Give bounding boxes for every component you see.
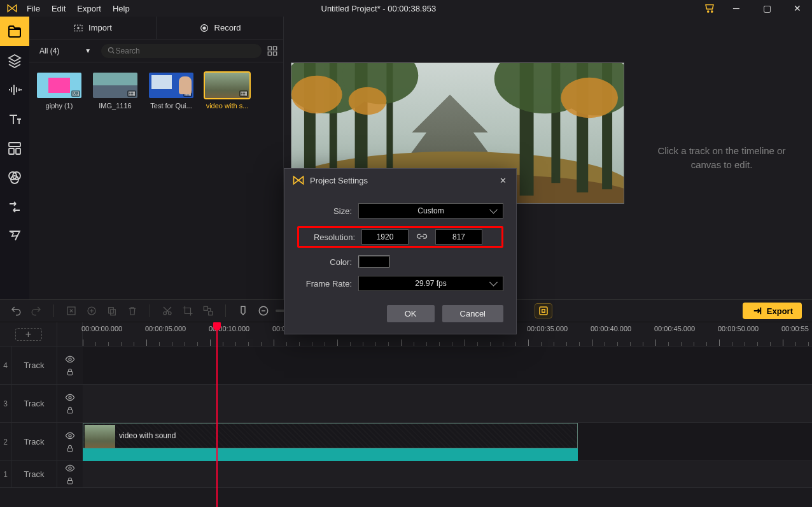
rail-text-icon[interactable] xyxy=(0,104,29,134)
size-dropdown[interactable]: Custom xyxy=(358,203,503,218)
resolution-height-input[interactable]: 817 xyxy=(435,229,482,245)
maximize-button[interactable]: ▢ xyxy=(757,2,776,15)
media-item-img1116[interactable]: IMG_1116 xyxy=(93,73,137,110)
crop-icon[interactable] xyxy=(182,305,193,317)
cancel-button[interactable]: Cancel xyxy=(442,305,503,322)
zoom-out-icon[interactable] xyxy=(258,305,269,317)
track-label: Track xyxy=(11,461,57,487)
search-input[interactable] xyxy=(116,46,255,55)
link-aspect-icon[interactable] xyxy=(415,232,429,243)
timeline-clip-audio[interactable] xyxy=(83,448,578,461)
export-icon xyxy=(752,305,763,317)
svg-rect-20 xyxy=(241,92,246,96)
redo-icon[interactable] xyxy=(31,305,42,317)
add-track-button[interactable]: + xyxy=(15,328,42,341)
grid-view-icon[interactable] xyxy=(267,45,278,57)
playhead[interactable] xyxy=(216,322,218,507)
visibility-icon[interactable] xyxy=(65,355,75,364)
record-label: Record xyxy=(214,23,241,32)
media-item-label: giphy (1) xyxy=(46,102,73,110)
record-button[interactable]: Record xyxy=(157,17,283,39)
group-icon[interactable] xyxy=(202,305,214,317)
size-label: Size: xyxy=(297,206,352,216)
close-button[interactable]: ✕ xyxy=(788,2,807,15)
rail-templates-icon[interactable] xyxy=(0,134,29,163)
import-button[interactable]: Import xyxy=(29,17,157,39)
media-item-testquiz[interactable]: Test for Qui... xyxy=(149,73,193,110)
rail-transitions-icon[interactable] xyxy=(0,192,29,222)
svg-rect-19 xyxy=(185,92,190,96)
track-label: Track xyxy=(11,385,57,422)
rail-audio-icon[interactable] xyxy=(0,75,29,104)
track-row: 4 Track xyxy=(0,346,812,385)
svg-rect-15 xyxy=(274,52,277,55)
svg-point-37 xyxy=(561,78,618,118)
rail-behaviors-icon[interactable] xyxy=(0,222,29,251)
svg-rect-13 xyxy=(274,46,277,50)
lock-icon[interactable] xyxy=(65,476,75,485)
menu-file[interactable]: File xyxy=(27,4,40,13)
timeline-clip[interactable]: video with sound xyxy=(83,423,578,448)
track-number: 4 xyxy=(0,346,11,384)
svg-rect-4 xyxy=(16,148,20,154)
minimize-button[interactable]: ─ xyxy=(727,2,746,15)
rail-layers-icon[interactable] xyxy=(0,46,29,75)
media-item-videosound[interactable]: video with s... xyxy=(205,73,249,110)
cut-icon[interactable] xyxy=(162,305,173,317)
clip-thumbnail xyxy=(85,425,115,448)
search-icon xyxy=(108,46,115,55)
inspector-hint: Click a track on the timeline or canvas … xyxy=(631,17,812,299)
visibility-icon[interactable] xyxy=(65,431,75,440)
hint-text: Click a track on the timeline or canvas … xyxy=(643,144,801,173)
media-item-giphy[interactable]: giphy (1) xyxy=(37,73,81,110)
framerate-dropdown[interactable]: 29.97 fps xyxy=(358,276,503,291)
filter-label: All (4) xyxy=(39,46,59,55)
media-search[interactable] xyxy=(101,44,262,58)
lock-icon[interactable] xyxy=(65,406,75,415)
rail-filters-icon[interactable] xyxy=(0,163,29,192)
mark-in-icon[interactable] xyxy=(66,305,77,317)
svg-point-0 xyxy=(708,10,709,11)
svg-rect-58 xyxy=(68,448,73,451)
dialog-close-button[interactable]: ✕ xyxy=(497,176,508,185)
track-label: Track xyxy=(11,423,57,461)
resolution-width-input[interactable]: 1920 xyxy=(361,229,409,245)
visibility-icon[interactable] xyxy=(65,393,75,402)
marker-icon[interactable] xyxy=(237,305,249,317)
ok-button[interactable]: OK xyxy=(387,305,435,322)
picture-icon xyxy=(71,90,80,97)
media-filter-dropdown[interactable]: All (4) ▼ xyxy=(34,45,96,57)
lock-icon[interactable] xyxy=(65,444,75,453)
import-label: Import xyxy=(88,23,112,32)
window-title: Untitled Project* - 00:00:38.953 xyxy=(53,4,704,13)
export-label: Export xyxy=(767,306,793,316)
copy-icon[interactable] xyxy=(106,305,118,317)
track-number: 2 xyxy=(0,423,11,461)
svg-rect-49 xyxy=(209,311,213,315)
dialog-title: Project Settings xyxy=(310,176,368,185)
track-number: 1 xyxy=(0,461,11,487)
delete-icon[interactable] xyxy=(127,305,138,317)
background-color-swatch[interactable] xyxy=(358,255,390,268)
clip-label: video with sound xyxy=(119,431,176,440)
tool-rail xyxy=(0,17,29,299)
visibility-icon[interactable] xyxy=(65,464,75,473)
framerate-label: Frame Rate: xyxy=(297,279,352,289)
video-icon xyxy=(183,90,192,97)
svg-rect-3 xyxy=(9,148,14,154)
title-bar: File Edit Export Help Untitled Project* … xyxy=(0,0,812,17)
track-row: 3 Track xyxy=(0,385,812,423)
video-icon xyxy=(127,90,136,97)
add-marker-icon[interactable] xyxy=(86,305,97,317)
project-settings-button[interactable] xyxy=(535,303,552,318)
undo-icon[interactable] xyxy=(10,305,22,317)
rail-media[interactable] xyxy=(0,17,29,46)
media-item-label: Test for Qui... xyxy=(150,102,192,110)
svg-rect-48 xyxy=(204,306,207,310)
color-label: Color: xyxy=(297,257,352,267)
cart-icon[interactable] xyxy=(704,2,715,15)
track-label: Track xyxy=(11,346,57,384)
export-button[interactable]: Export xyxy=(743,303,802,319)
track-row: 2 Track video with sound xyxy=(0,423,812,461)
lock-icon[interactable] xyxy=(65,368,75,376)
